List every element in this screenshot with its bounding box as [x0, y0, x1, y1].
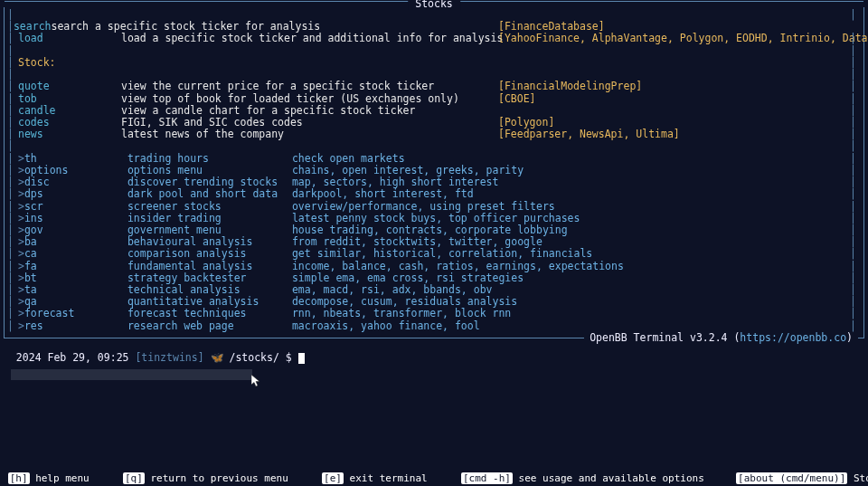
footer-url[interactable]: https://openbb.co — [740, 331, 846, 344]
cmd-label: see usage and available options — [519, 472, 704, 484]
help-menu-label: help menu — [35, 472, 90, 484]
butterfly-icon: 🦋 — [211, 352, 223, 364]
bottom-help-bar: [h] help menu [q] return to previous men… — [0, 471, 868, 486]
key-e[interactable]: [e] — [322, 472, 344, 484]
panel-title: Stocks — [408, 0, 460, 10]
text-cursor — [298, 353, 305, 364]
section-header: | Stock: | — [7, 57, 861, 69]
panel-footer: OpenBB Terminal v3.2.4 (https://openbb.c… — [584, 332, 858, 344]
key-q[interactable]: [q] — [123, 472, 145, 484]
selection-highlight — [11, 369, 252, 380]
cmd-row-news[interactable]: | newslatest news of the company[Feedpar… — [7, 129, 861, 140]
key-h[interactable]: [h] — [8, 472, 30, 484]
quit-label: return to previous menu — [150, 472, 288, 484]
key-cmd-h[interactable]: [cmd -h] — [461, 472, 513, 484]
spacer: || — [7, 45, 861, 57]
stocks-panel: Stocks || | searchsearch a specific stoc… — [4, 7, 864, 338]
rest-label: Stocks (cmd/menu) Documen — [854, 472, 868, 484]
exit-label: exit terminal — [350, 472, 428, 484]
cmd-row-load[interactable]: | loadload a specific stock ticker and a… — [7, 33, 861, 44]
key-about[interactable]: [about (cmd/menu)] — [736, 472, 847, 484]
mouse-cursor-icon — [251, 375, 260, 390]
